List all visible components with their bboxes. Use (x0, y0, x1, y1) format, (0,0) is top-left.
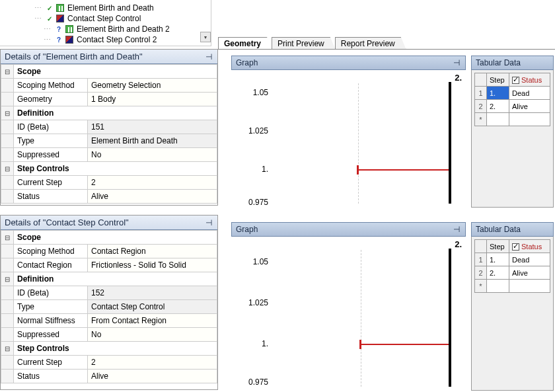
ytick: 1.025 (235, 126, 268, 136)
prop-label: Scoping Method (14, 245, 88, 258)
pin-icon[interactable]: ⊣ (204, 52, 213, 61)
gridline-v (358, 83, 359, 204)
collapse-toggle[interactable]: ⊟ (1, 65, 14, 79)
cell-status[interactable] (509, 113, 550, 126)
cell-status[interactable] (509, 280, 550, 293)
pin-icon[interactable]: ⊣ (452, 58, 461, 67)
tree-connector: ⋯ (44, 25, 53, 34)
graph-step-label: 2. (455, 239, 462, 249)
question-icon: ? (56, 26, 62, 32)
worksheet-tabs: Geometry Print Preview Report Preview (218, 37, 406, 50)
tab-geometry[interactable]: Geometry (218, 37, 272, 50)
prop-label: Current Step (14, 356, 88, 370)
prop-label: Scoping Method (14, 79, 88, 93)
details-title: Details of "Element Birth and Death" ⊣ (1, 50, 217, 64)
cell-step[interactable]: 1. (487, 253, 509, 266)
cell-status[interactable]: Dead (509, 87, 550, 100)
category-definition: Definition (14, 106, 217, 120)
prop-value[interactable]: 2 (88, 176, 217, 190)
tree-item-label: Contact Step Control (67, 14, 141, 23)
prop-value[interactable]: Contact Region (88, 245, 217, 258)
prop-label: Geometry (14, 93, 88, 106)
graph-step-label: 2. (455, 73, 462, 83)
cell-status[interactable]: Dead (509, 253, 550, 266)
tree-item[interactable]: ⋯✓Contact Step Control (16, 13, 208, 24)
details-title-text: Details of "Contact Step Control" (5, 217, 129, 227)
table-row[interactable]: 2 2. Alive (475, 266, 550, 280)
row-number: 2 (475, 266, 487, 280)
pin-icon[interactable]: ⊣ (204, 218, 213, 227)
question-icon: ? (56, 36, 62, 43)
details-panel-1: Details of "Element Birth and Death" ⊣ ⊟… (0, 49, 218, 206)
corner-cell (475, 73, 487, 87)
outline-tree[interactable]: ⋯✓Element Birth and Death⋯✓Contact Step … (0, 0, 211, 46)
prop-value[interactable]: No (88, 148, 217, 162)
prop-value[interactable]: 1 Body (88, 93, 217, 106)
cell-step[interactable] (487, 113, 509, 126)
table-row-new[interactable]: * (475, 113, 550, 126)
col-step[interactable]: Step (487, 73, 509, 87)
tree-item-label: Element Birth and Death 2 (77, 24, 170, 34)
tabular-grid[interactable]: Step Status 1 1. Dead 2 2. Alive * (474, 239, 550, 293)
tabular-header: Tabular Data (471, 56, 554, 70)
details-panel-2: Details of "Contact Step Control" ⊣ ⊟Sco… (0, 215, 218, 390)
prop-value[interactable]: Frictionless - Solid To Solid (88, 258, 217, 272)
prop-label: Normal Stiffness (14, 314, 88, 328)
col-status-label: Status (521, 243, 542, 251)
col-status[interactable]: Status (509, 73, 550, 87)
tabular-grid[interactable]: Step Status 1 1. Dead 2 2. Alive * (474, 73, 550, 126)
checkmark-icon: ✓ (46, 5, 53, 11)
checkbox-icon[interactable] (512, 77, 519, 84)
checkbox-icon[interactable] (512, 243, 519, 251)
cell-step[interactable]: 1. (487, 87, 509, 100)
series-line (361, 344, 450, 345)
pin-icon[interactable]: ⊣ (452, 225, 461, 234)
prop-label: Type (14, 300, 88, 314)
table-row[interactable]: 1 1. Dead (475, 253, 550, 266)
graph-plot[interactable]: 2. 1.05 1.025 1. 0.975 (231, 70, 466, 206)
cell-step[interactable]: 2. (487, 100, 509, 113)
tree-item[interactable]: ⋯?Contact Step Control 2 (16, 34, 208, 45)
tab-print-preview[interactable]: Print Preview (272, 37, 336, 50)
col-step[interactable]: Step (487, 240, 509, 253)
prop-value[interactable]: Alive (88, 370, 217, 383)
table-row-new[interactable]: * (475, 280, 550, 293)
collapse-toggle[interactable]: ⊟ (1, 342, 14, 356)
cell-status[interactable]: Alive (509, 266, 550, 280)
ytick: 0.975 (235, 198, 268, 207)
step-end-bar (449, 249, 451, 387)
category-step-controls: Step Controls (14, 162, 217, 176)
prop-value[interactable]: Geometry Selection (88, 79, 217, 93)
corner-cell (475, 240, 487, 253)
prop-value[interactable]: 2 (88, 356, 217, 370)
tree-item[interactable]: ⋯?Element Birth and Death 2 (16, 24, 208, 34)
worksheet-tab-underline (218, 49, 555, 50)
ytick: 1. (235, 165, 268, 174)
cell-status[interactable]: Alive (509, 100, 550, 113)
tree-scroll-down[interactable]: ▾ (200, 32, 211, 42)
graph-panel-1: Graph ⊣ 2. 1.05 1.025 1. 0.975 (231, 56, 466, 208)
table-row[interactable]: 2 2. Alive (475, 100, 550, 113)
graph-plot[interactable]: 2. 1.05 1.025 1. 0.975 (231, 237, 466, 389)
tabular-title: Tabular Data (476, 58, 521, 67)
prop-value[interactable]: No (88, 328, 217, 342)
collapse-toggle[interactable]: ⊟ (1, 231, 14, 245)
collapse-toggle[interactable]: ⊟ (1, 272, 14, 286)
cell-step[interactable] (487, 280, 509, 293)
ytick: 1.05 (235, 257, 268, 266)
cell-step[interactable]: 2. (487, 266, 509, 280)
collapse-toggle[interactable]: ⊟ (1, 162, 14, 176)
col-status[interactable]: Status (509, 240, 550, 253)
category-definition: Definition (14, 272, 217, 286)
prop-value[interactable]: Alive (88, 190, 217, 204)
tree-item[interactable]: ⋯✓Element Birth and Death (16, 3, 208, 13)
row-number: 1 (475, 253, 487, 266)
tab-report-preview[interactable]: Report Preview (335, 37, 406, 50)
row-star: * (475, 113, 487, 126)
prop-value[interactable]: From Contact Region (88, 314, 217, 328)
table-row[interactable]: 1 1. Dead (475, 87, 550, 100)
prop-label: Status (14, 370, 88, 383)
details-property-grid: ⊟Scope Scoping MethodGeometry Selection … (1, 64, 217, 204)
collapse-toggle[interactable]: ⊟ (1, 106, 14, 120)
tabular-title: Tabular Data (476, 225, 521, 234)
